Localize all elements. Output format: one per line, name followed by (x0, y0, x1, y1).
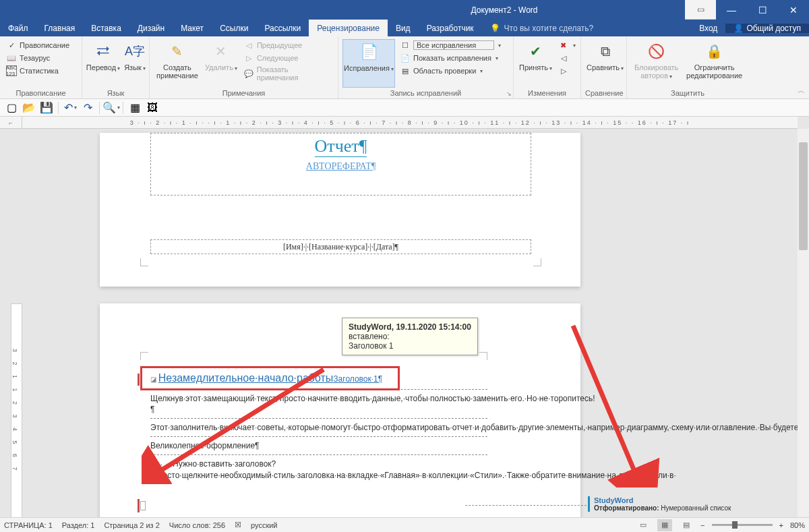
vruler-marks: 3 2 1 1 2 3 4 5 6 7 (11, 304, 18, 519)
next-change-button[interactable]: ▷ (556, 65, 578, 77)
revision-balloon[interactable]: StudyWord Отформатировано: Нумерованный … (588, 496, 783, 512)
login-link[interactable]: Вход (691, 24, 725, 33)
group-proofing-label: Правописание (4, 88, 78, 97)
status-pageof[interactable]: Страница 2 из 2 (104, 521, 159, 529)
margin-mark (479, 352, 487, 360)
group-protect-label: Защитить (631, 88, 744, 97)
vertical-scrollbar[interactable] (798, 129, 809, 520)
show-comments-button[interactable]: 💬Показать примечания (241, 65, 334, 82)
accept-icon: ✔ (525, 40, 546, 62)
block-authors-button[interactable]: 🚫 Блокировать авторов▾ (631, 39, 682, 88)
vertical-ruler[interactable]: 3 2 1 1 2 3 4 5 6 7 (11, 303, 22, 519)
doc-subtitle[interactable]: АВТОРЕФЕРАТ¶ (151, 161, 531, 172)
track-changes-button[interactable]: 📄 Исправления▾ (342, 39, 395, 88)
spelling-icon: ✓ (6, 40, 17, 51)
accept-button[interactable]: ✔ Принять▾ (518, 39, 553, 88)
display-for-review[interactable]: ☐Все исправления▾ (398, 39, 509, 51)
margin-mark (140, 352, 148, 360)
tab-design[interactable]: Дизайн (129, 20, 173, 36)
new-comment-button[interactable]: ✎ Создать примечание (154, 39, 201, 88)
share-button[interactable]: 👤 Общий доступ (725, 24, 809, 33)
title-textbox[interactable]: Отчет¶ АВТОРЕФЕРАТ¶ (150, 133, 531, 196)
undo-icon: ↶ (64, 101, 73, 114)
page-2[interactable]: ◪ Незамедлительное·начало·работыЗаголово… (100, 303, 580, 520)
status-page[interactable]: СТРАНИЦА: 1 (4, 521, 53, 529)
tab-insert[interactable]: Вставка (83, 20, 129, 36)
print-preview-button[interactable]: 🔍▾ (104, 100, 119, 115)
tracking-launcher[interactable]: ↘ (506, 90, 512, 97)
open-button[interactable]: 📂 (22, 100, 36, 115)
table-button[interactable]: ▦ (127, 100, 142, 115)
tooltip-action: вставлено: (349, 332, 471, 341)
scrollbar-thumb[interactable] (799, 142, 808, 250)
paragraph-4[interactable]: Нужно·вставить·заголовок?·Просто·щелкнит… (150, 459, 676, 479)
maximize-button[interactable]: ☐ (747, 0, 778, 20)
show-markup-icon: 📄 (400, 53, 411, 63)
tab-file[interactable]: Файл (0, 20, 36, 36)
status-section[interactable]: Раздел: 1 (62, 521, 95, 529)
doc-title[interactable]: Отчет¶ (315, 136, 367, 157)
translate-button[interactable]: ⮂ Перевод▾ (86, 39, 120, 88)
stats-button[interactable]: ABC123Статистика (4, 65, 71, 77)
display-icon: ☐ (400, 40, 411, 51)
zoom-out-button[interactable]: − (700, 521, 705, 529)
stats-icon: ABC123 (6, 65, 17, 76)
table-icon: ▦ (130, 101, 140, 114)
zoom-level[interactable]: 80% (790, 521, 805, 529)
view-print-button[interactable]: ▦ (657, 519, 672, 531)
picture-button[interactable]: 🖼 (145, 100, 160, 115)
change-mark[interactable] (138, 499, 140, 512)
tab-review[interactable]: Рецензирование (309, 20, 388, 36)
paragraph-1[interactable]: Щелкнув·этот·замещающий·текст,·просто·на… (150, 393, 487, 415)
view-web-button[interactable]: ▤ (679, 519, 694, 531)
page-1[interactable]: Отчет¶ АВТОРЕФЕРАТ¶ [Имя]·|·[Название·ку… (100, 133, 580, 287)
restrict-editing-button[interactable]: 🔒 Ограничить редактирование (684, 39, 744, 88)
ribbon-options-icon[interactable]: ▭ (685, 0, 716, 20)
undo-button[interactable]: ↶▾ (63, 100, 78, 115)
ruler-corner: ⌐ (0, 117, 22, 129)
save-button[interactable]: 💾 (39, 100, 54, 115)
delete-comment-button[interactable]: ✕ Удалить▾ (204, 39, 239, 88)
cursor-margin-icon (140, 501, 146, 510)
redo-button[interactable]: ↷ (80, 100, 95, 115)
change-mark[interactable] (138, 374, 140, 386)
group-changes-label: Изменения (518, 88, 576, 97)
compare-icon: ⧉ (595, 40, 616, 62)
tab-references[interactable]: Ссылки (212, 20, 256, 36)
status-proofing-icon[interactable]: ☒ (235, 521, 241, 529)
prev-comment-button[interactable]: ◁Предыдущее (241, 39, 334, 51)
close-button[interactable]: ✕ (778, 0, 809, 20)
reviewing-pane-button[interactable]: ▤Область проверки▾ (398, 65, 509, 77)
meta-textbox[interactable]: [Имя]·|·[Название·курса]·|·[Дата]¶ (150, 239, 531, 254)
status-words[interactable]: Число слов: 256 (169, 521, 225, 529)
paragraph-3[interactable]: Великолепное·оформление¶ (150, 440, 487, 451)
tab-developer[interactable]: Разработчик (419, 20, 482, 36)
compare-button[interactable]: ⧉ Сравнить▾ (585, 39, 625, 88)
tab-layout[interactable]: Макет (173, 20, 212, 36)
paragraph-2[interactable]: Этот·заполнитель·включает·советы,·которы… (150, 422, 487, 433)
tell-me-box[interactable]: 💡 Что вы хотите сделать? (482, 20, 602, 36)
status-language[interactable]: русский (251, 521, 277, 529)
new-comment-icon: ✎ (167, 40, 188, 62)
zoom-slider[interactable] (712, 524, 773, 526)
tab-view[interactable]: Вид (388, 20, 419, 36)
minimize-button[interactable]: — (716, 0, 747, 20)
language-button[interactable]: A字 Язык▾ (123, 39, 147, 88)
thesaurus-icon: 📖 (6, 53, 17, 63)
margin-mark (140, 258, 148, 266)
spelling-button[interactable]: ✓Правописание (4, 39, 71, 51)
new-doc-button[interactable]: ▢ (4, 100, 19, 115)
zoom-in-button[interactable]: + (779, 521, 783, 529)
thesaurus-button[interactable]: 📖Тезаурус (4, 52, 71, 64)
show-markup-button[interactable]: 📄Показать исправления▾ (398, 52, 509, 64)
reject-button[interactable]: ✖▾ (556, 39, 578, 51)
tab-home[interactable]: Главная (36, 20, 84, 36)
collapse-ribbon-icon[interactable]: ︿ (798, 86, 805, 96)
horizontal-ruler[interactable]: 3 · ı · 2 · ı · 1 · ı · · ı · 1 · ı · 2 … (22, 117, 798, 129)
view-read-button[interactable]: ▭ (636, 519, 651, 531)
prev-change-button[interactable]: ◁ (556, 52, 578, 64)
zoom-knob[interactable] (732, 521, 738, 529)
tab-mailings[interactable]: Рассылки (256, 20, 309, 36)
save-icon: 💾 (40, 101, 53, 114)
next-comment-button[interactable]: ▷Следующее (241, 52, 334, 64)
